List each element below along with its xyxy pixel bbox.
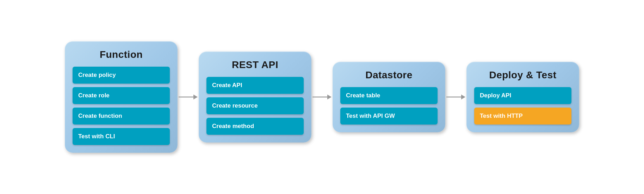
panel-rest-api: REST APICreate APICreate resourceCreate … (199, 51, 311, 143)
panel-items-rest-api: Create APICreate resourceCreate method (206, 77, 304, 135)
panel-deploy-test: Deploy & TestDeploy APITest with HTTP (466, 62, 579, 132)
item-btn-test-with-http[interactable]: Test with HTTP (474, 108, 571, 125)
arrow (311, 92, 333, 102)
panel-function: FunctionCreate policyCreate roleCreate f… (65, 41, 178, 153)
svg-marker-3 (327, 95, 332, 99)
panel-datastore: DatastoreCreate tableTest with API GW (333, 62, 445, 132)
panel-items-deploy-test: Deploy APITest with HTTP (474, 87, 571, 125)
diagram: FunctionCreate policyCreate roleCreate f… (51, 34, 593, 160)
item-btn-create-role[interactable]: Create role (73, 87, 170, 104)
item-btn-create-resource[interactable]: Create resource (206, 97, 304, 114)
item-btn-create-function[interactable]: Create function (73, 108, 170, 125)
item-btn-test-with-cli[interactable]: Test with CLI (73, 128, 170, 145)
item-btn-test-with-api-gw[interactable]: Test with API GW (340, 108, 438, 125)
panel-title-function: Function (73, 49, 170, 60)
panel-items-function: Create policyCreate roleCreate functionT… (73, 67, 170, 145)
arrow (178, 92, 199, 102)
item-btn-create-api[interactable]: Create API (206, 77, 304, 94)
panel-title-datastore: Datastore (340, 69, 438, 81)
item-btn-create-policy[interactable]: Create policy (73, 67, 170, 84)
panel-items-datastore: Create tableTest with API GW (340, 87, 438, 125)
svg-marker-1 (193, 95, 198, 99)
panel-title-deploy-test: Deploy & Test (474, 69, 571, 81)
panel-title-rest-api: REST API (206, 59, 304, 71)
arrow (445, 92, 466, 102)
svg-marker-5 (461, 95, 465, 99)
item-btn-create-table[interactable]: Create table (340, 87, 438, 104)
item-btn-deploy-api[interactable]: Deploy API (474, 87, 571, 104)
item-btn-create-method[interactable]: Create method (206, 118, 304, 135)
